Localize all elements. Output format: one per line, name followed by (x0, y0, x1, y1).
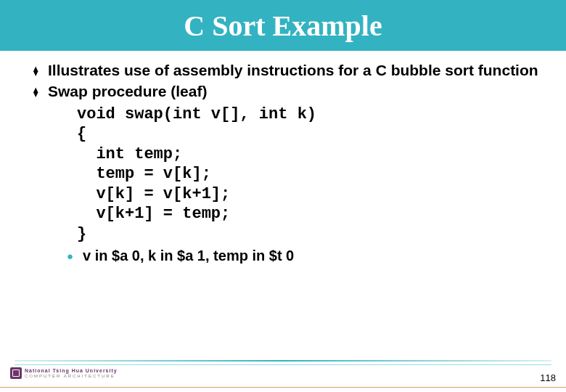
diamond-icon: ⧫ (33, 61, 48, 80)
sub-bullet-item: ● v in $a 0, k in $a 1, temp in $t 0 (67, 247, 540, 265)
title-bar: C Sort Example (0, 0, 566, 51)
footer-divider (0, 387, 566, 388)
logo-text: National Tsing Hua University COMPUTER A… (25, 368, 118, 378)
bullet-text: Illustrates use of assembly instructions… (48, 61, 538, 81)
diamond-icon: ⧫ (33, 82, 48, 101)
logo-line1: National Tsing Hua University (25, 368, 118, 373)
code-block: void swap(int v[], int k) { int temp; te… (77, 105, 540, 245)
slide-title: C Sort Example (184, 9, 382, 43)
slide-content: ⧫ Illustrates use of assembly instructio… (0, 51, 566, 265)
logo-line2: COMPUTER ARCHITECTURE (25, 374, 118, 378)
logo-badge-icon (10, 367, 22, 379)
footer-divider (15, 364, 551, 365)
bullet-text: Swap procedure (leaf) (48, 82, 207, 102)
bullet-item: ⧫ Illustrates use of assembly instructio… (33, 61, 540, 81)
university-logo: National Tsing Hua University COMPUTER A… (10, 367, 118, 379)
footer-divider (15, 360, 551, 362)
slide-footer: National Tsing Hua University COMPUTER A… (0, 360, 566, 392)
bullet-item: ⧫ Swap procedure (leaf) (33, 82, 540, 102)
sub-bullet-text: v in $a 0, k in $a 1, temp in $t 0 (83, 247, 294, 265)
circle-icon: ● (67, 247, 83, 264)
page-number: 118 (540, 372, 556, 383)
